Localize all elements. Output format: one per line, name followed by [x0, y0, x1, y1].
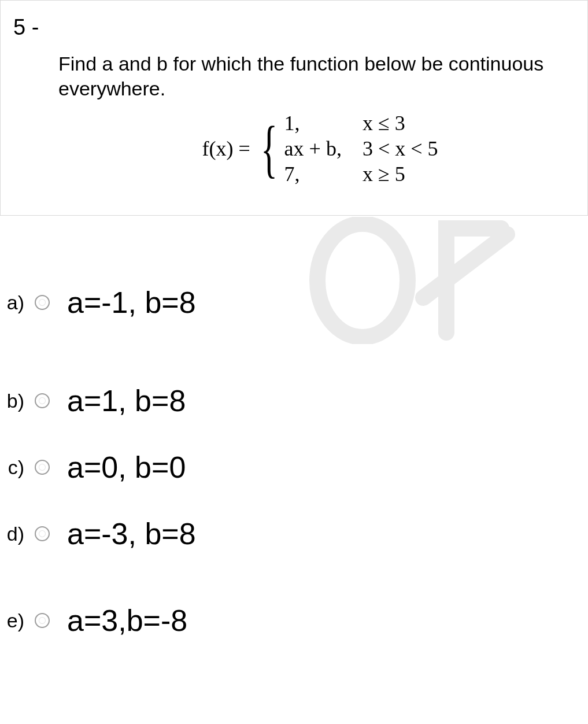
choice-letter: e): [0, 610, 24, 632]
choice-radio-c[interactable]: [35, 460, 50, 475]
piecewise-function: f(x) = { 1, x ≤ 3 ax + b, 3 < x < 5 7, x…: [58, 111, 582, 186]
choice-text: a=3,b=-8: [60, 603, 187, 638]
choice-radio-d[interactable]: [35, 526, 50, 541]
choice-b: b) a=1, b=8: [0, 383, 588, 418]
choice-c: c) a=0, b=0: [0, 450, 588, 485]
function-label: f(x) =: [202, 136, 250, 161]
choice-e: e) a=3,b=-8: [0, 603, 588, 638]
piece-cond: 3 < x < 5: [363, 136, 438, 161]
choice-text: a=-3, b=8: [60, 516, 196, 551]
choice-text: a=-1, b=8: [60, 285, 196, 320]
question-prompt: Find a and b for which the function belo…: [58, 51, 582, 101]
piece-cond: x ≥ 5: [363, 162, 438, 186]
choice-radio-e[interactable]: [35, 613, 50, 628]
question-body: Find a and b for which the function belo…: [1, 40, 587, 186]
choice-text: a=0, b=0: [60, 450, 186, 485]
piece-expr: 1,: [284, 111, 342, 135]
choice-letter: a): [0, 291, 24, 314]
piece-cond: x ≤ 3: [363, 111, 438, 135]
choice-text: a=1, b=8: [60, 383, 186, 418]
choice-letter: c): [0, 456, 24, 479]
answer-list: a) a=-1, b=8 b) a=1, b=8 c) a=0, b=0 d) …: [0, 216, 588, 638]
choice-letter: b): [0, 390, 24, 412]
choice-d: d) a=-3, b=8: [0, 516, 588, 551]
choice-radio-b[interactable]: [35, 393, 50, 408]
choice-radio-a[interactable]: [35, 295, 50, 310]
question-page: 5 - Find a and b for which the function …: [0, 0, 588, 724]
choice-a: a) a=-1, b=8: [0, 285, 588, 320]
piecewise-grid: 1, x ≤ 3 ax + b, 3 < x < 5 7, x ≥ 5: [284, 111, 438, 186]
left-brace: {: [261, 120, 278, 178]
piece-expr: 7,: [284, 162, 342, 186]
question-number: 5 -: [1, 15, 587, 40]
question-box: 5 - Find a and b for which the function …: [0, 0, 588, 216]
piece-expr: ax + b,: [284, 136, 342, 161]
choice-letter: d): [0, 523, 24, 545]
